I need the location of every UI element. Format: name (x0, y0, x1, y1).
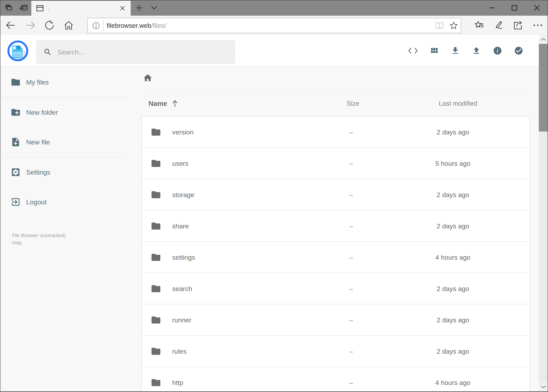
file-modified: 2 days ago (414, 116, 492, 148)
table-row[interactable]: settings – 4 hours ago (142, 242, 530, 273)
ellipsis-icon[interactable] (531, 16, 545, 35)
file-name: settings (172, 242, 195, 273)
scroll-down-icon[interactable] (539, 382, 548, 392)
forward-icon[interactable] (23, 16, 38, 35)
folder-icon (151, 283, 161, 294)
info-icon[interactable] (487, 39, 508, 63)
table-row[interactable]: http – 4 hours ago (142, 367, 530, 392)
scroll-up-icon[interactable] (539, 35, 548, 44)
new-tab-icon[interactable] (133, 0, 145, 16)
file-name: http (172, 367, 183, 392)
folder-icon (151, 221, 161, 231)
file-size: – (349, 336, 353, 367)
addressbar-divider (103, 20, 104, 31)
browser-tab[interactable]: . (31, 1, 131, 16)
breadcrumb-home-icon[interactable] (143, 73, 153, 83)
scrollbar[interactable] (539, 35, 548, 392)
file-size: – (349, 242, 353, 273)
file-modified: 4 hours ago (414, 242, 492, 273)
sidebar-item-label: Logout (26, 198, 47, 206)
sidebar-item-label: My files (26, 78, 49, 86)
reading-view-icon[interactable] (435, 22, 444, 29)
new-folder-icon (11, 107, 21, 117)
file-modified: 2 days ago (414, 304, 492, 336)
file-modified: 2 days ago (414, 179, 492, 210)
search-input[interactable] (57, 48, 223, 56)
file-modified: 4 hours ago (414, 367, 492, 392)
filebrowser-floppy-logo[interactable] (7, 40, 28, 62)
file-name: search (172, 273, 192, 304)
file-size: – (349, 273, 353, 304)
favorites-hub-icon[interactable] (472, 16, 486, 35)
column-header-modified[interactable]: Last modified (429, 98, 487, 110)
set-tabs-aside-icon[interactable] (17, 0, 30, 16)
breadcrumb-divider (141, 90, 530, 90)
chevron-down-icon[interactable] (148, 0, 160, 16)
search-bar[interactable] (36, 40, 235, 64)
browser-window: . (0, 0, 548, 392)
file-modified: 5 hours ago (414, 148, 492, 179)
tab-title: . (48, 5, 118, 11)
table-row[interactable]: runner – 2 days ago (142, 304, 530, 336)
header-actions (402, 35, 529, 67)
home-icon[interactable] (62, 16, 76, 35)
table-row[interactable]: share – 2 days ago (142, 210, 530, 242)
table-row[interactable]: rules – 2 days ago (142, 336, 530, 367)
sidebar-item-new-folder[interactable]: New folder (0, 98, 127, 127)
file-size: – (349, 179, 353, 210)
folder-icon (11, 77, 21, 87)
sidebar-item-settings[interactable]: Settings (0, 157, 127, 187)
refresh-icon[interactable] (43, 16, 57, 35)
tab-close-icon[interactable] (118, 4, 127, 13)
settings-gear-icon (11, 167, 21, 177)
app-version-text: File Browser v(untracked) (12, 232, 66, 239)
minimize-button[interactable] (480, 0, 503, 16)
table-row[interactable]: version – 2 days ago (142, 116, 530, 148)
folder-icon (151, 315, 161, 325)
address-bar[interactable]: filebrowser.web/files/ (87, 18, 461, 33)
default-page-icon (36, 5, 44, 12)
sidebar-item-logout[interactable]: Logout (0, 187, 127, 217)
file-list: version – 2 days ago users – 5 hours ago… (141, 116, 530, 392)
info-circle-icon[interactable] (92, 22, 100, 29)
folder-icon (151, 346, 161, 357)
close-button[interactable] (526, 0, 548, 16)
list-header: Name Size Last modified (141, 98, 530, 110)
upload-icon[interactable] (466, 39, 487, 63)
tabs-set-aside-icon[interactable] (2, 0, 15, 16)
window-controls (480, 0, 548, 16)
sidebar-item-new-file[interactable]: New file (0, 127, 127, 157)
column-header-name[interactable]: Name (148, 98, 178, 110)
scrollbar-thumb[interactable] (539, 44, 548, 132)
select-check-icon[interactable] (508, 39, 529, 63)
web-note-pen-icon[interactable] (492, 16, 506, 35)
table-row[interactable]: storage – 2 days ago (142, 179, 530, 210)
file-modified: 2 days ago (414, 210, 492, 242)
sidebar: My files New folder New file Sett (0, 67, 127, 217)
file-name: version (172, 116, 194, 148)
file-size: – (349, 367, 353, 392)
sidebar-footer: File Browser v(untracked) Help (12, 232, 66, 247)
file-size: – (349, 304, 353, 336)
arrow-up-icon (171, 100, 178, 107)
folder-icon (151, 127, 161, 137)
sidebar-item-label: Settings (26, 168, 50, 176)
maximize-button[interactable] (503, 0, 526, 16)
navigation-bar: filebrowser.web/files/ (0, 16, 548, 35)
table-row[interactable]: users – 5 hours ago (142, 148, 530, 179)
download-icon[interactable] (445, 39, 466, 63)
folder-icon (151, 252, 161, 263)
file-name: users (172, 148, 188, 179)
back-icon[interactable] (4, 16, 18, 35)
file-name: share (172, 210, 189, 242)
help-link[interactable]: Help (12, 239, 66, 247)
column-name-label: Name (148, 100, 167, 107)
share-icon[interactable] (511, 16, 525, 35)
sidebar-item-my-files[interactable]: My files (0, 67, 127, 97)
shell-code-icon[interactable] (402, 39, 423, 63)
grid-view-icon[interactable] (423, 39, 445, 63)
column-header-size[interactable]: Size (347, 98, 359, 110)
url-text[interactable]: filebrowser.web/files/ (107, 22, 430, 29)
table-row[interactable]: search – 2 days ago (142, 273, 530, 304)
favorite-star-icon[interactable] (449, 21, 458, 30)
